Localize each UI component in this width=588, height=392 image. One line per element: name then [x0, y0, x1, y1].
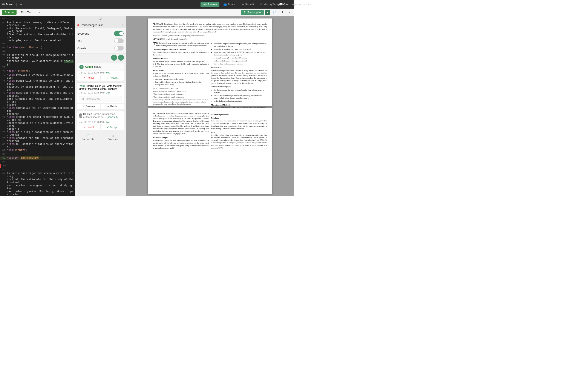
source-tab[interactable]: Source: [2, 10, 16, 15]
resolve-button[interactable]: ✓ Resolve: [77, 104, 100, 109]
line-number: 80: [1, 143, 7, 146]
editor-line: 80 \item NOT contain citations or abbrev…: [0, 143, 75, 149]
reply-placeholder: Hit Enter to reply: [81, 98, 100, 100]
line-content: ;: [8, 164, 74, 167]
rich-text-tab[interactable]: Rich Text: [18, 10, 35, 15]
editor-line: 87 In individual organisms where a mutan…: [0, 172, 75, 196]
pdf-abstract-sub: Please see additional guidelines notes o…: [153, 34, 267, 37]
editor-line: 81 \end{itemize}: [0, 149, 75, 152]
prev-change-button[interactable]: ↑: [111, 54, 117, 60]
recompile-button[interactable]: ↻ Recompile: [241, 10, 264, 15]
overview-tab[interactable]: ≡ Overview: [100, 134, 126, 142]
expand-comments-button[interactable]: ⤢: [99, 17, 102, 21]
change-card-added: ✎ Added ideally Jan 22, 2019 10:45 PM • …: [77, 63, 124, 81]
comment-header: You: Charlie, could you write the first …: [77, 83, 124, 91]
pdf-abstract-text: ABSTRACT The abstract should be written …: [153, 23, 267, 33]
line-number: 67: [1, 42, 7, 45]
line-content: \item be a single paragraph of less than…: [7, 131, 74, 137]
menu-label: Menu: [6, 2, 14, 6]
pdf-page2-right: Additional guidelines Numbers In the tex…: [211, 112, 267, 150]
review-icon: Ab: [203, 3, 206, 6]
line-number: 65: [1, 17, 7, 20]
pdf-intro-body: In individual organisms where a mutant i…: [211, 70, 267, 85]
comment-reply-input[interactable]: Hit Enter to reply: [79, 96, 122, 102]
line-number: 74: [1, 80, 7, 82]
track-changes-dot: [77, 24, 79, 26]
pdf-numbers-title: Numbers: [211, 117, 267, 119]
download-button[interactable]: ⬇: [280, 10, 285, 15]
pdf-numbers-body: In the text, write out numbers nine or l…: [211, 120, 267, 130]
reject-button[interactable]: ✕ Reject: [77, 75, 100, 80]
line-number: 75: [1, 92, 7, 94]
comments-panel: ⤢ Track changes is on ▾ Everyone You: [75, 16, 126, 196]
recompile-dropdown-button[interactable]: ▾: [265, 10, 270, 15]
pdf-col-left: This Genetics journal template is provid…: [153, 42, 209, 116]
reject-deleted-button[interactable]: ✕ Reject: [77, 124, 100, 130]
pdf-guide-text: This template is provided to help you pr…: [153, 51, 209, 56]
share-button[interactable]: 👥 Share: [221, 2, 238, 7]
change-action: Added: [85, 65, 93, 68]
review-button[interactable]: Ab Review: [200, 2, 220, 7]
accept-deleted-button[interactable]: ✓ Accept: [100, 124, 124, 130]
line-content: \section{Introduction}: [7, 156, 74, 160]
submit-button[interactable]: ⊕ Submit: [239, 2, 256, 7]
resolve-icon: ✓: [83, 105, 86, 108]
pdf-page2-content: the experimental analysis could be repea…: [153, 112, 267, 150]
pdf-intro-title: Introduction: [211, 66, 267, 69]
pdf-two-col: This Genetics journal template is provid…: [153, 42, 267, 116]
editor-line: 74 \item begin with the broad context of…: [0, 80, 75, 92]
comment-edit[interactable]: Edit: [106, 91, 110, 94]
menu-button[interactable]: ☰ Menu: [2, 2, 14, 6]
line-content: \section{Your Abstract}: [7, 46, 74, 49]
reply-button[interactable]: ↩ Reply: [100, 104, 124, 109]
expand-button[interactable]: ⤢: [36, 10, 42, 15]
main-content: 65 66 For the authors' names, indicate d…: [0, 16, 294, 196]
accept-button[interactable]: ✓ Accept: [100, 75, 124, 80]
everyone-toggle[interactable]: [114, 31, 124, 36]
pdf-authors-list: cite the supporting literature completel…: [211, 89, 267, 102]
pdf-abstract-body: In addition to the guidelines provided i…: [153, 72, 209, 77]
line-number: 76: [1, 106, 7, 110]
pdf-additional-title: Additional guidelines: [211, 114, 267, 116]
editor-panel[interactable]: 65 66 For the authors' names, indicate d…: [0, 16, 75, 196]
line-number: 84: [1, 160, 7, 163]
reply-icon: ↩: [108, 105, 110, 108]
editor-line: 84: [0, 160, 75, 164]
recompile-icon: ↻: [244, 11, 246, 14]
guests-toggle[interactable]: [114, 46, 124, 50]
line-number: 83: [1, 156, 7, 159]
line-content: \end{itemize}: [7, 149, 74, 152]
change-actions: ✕ Reject ✓ Accept: [77, 75, 124, 80]
pdf-affiliations-text: For the authors' names, indicate differe…: [153, 60, 209, 68]
fullscreen-button[interactable]: ⤡: [286, 10, 292, 15]
line-content: \item contain the full name of the organ…: [7, 137, 74, 143]
editor-line: 86: [0, 168, 75, 172]
line-number: 77: [1, 116, 7, 118]
nav-arrows: ↑ ↓: [75, 54, 126, 62]
undo-icon[interactable]: ↩: [20, 3, 22, 6]
line-number: 78: [1, 131, 7, 134]
pdf-guide-title: Guide to using this template in Overleaf: [153, 48, 209, 50]
next-change-button[interactable]: ↓: [118, 54, 124, 60]
document-icon-button[interactable]: 📄: [271, 10, 278, 15]
show-all-link[interactable]: (show all): [106, 116, 118, 119]
preview-panel[interactable]: ABSTRACT The abstract should be written …: [126, 16, 294, 196]
editor-line: 78 \item be a single paragraph of less t…: [0, 131, 75, 137]
change-icon: ✎: [79, 65, 84, 69]
change-meta: Jan 22, 2019 10:45 PM • You: [77, 70, 124, 75]
line-number: 69: [1, 50, 7, 53]
you-toggle[interactable]: [114, 38, 124, 43]
guests-label: Guests: [77, 47, 86, 50]
nav-left: ☰ Menu | ↩: [2, 2, 22, 7]
track-changes-bar: Track changes is on ▾: [75, 22, 126, 28]
comment-author: You:: [79, 84, 85, 88]
deleted-author: You: [106, 121, 110, 123]
editor-line: 72 \begin{itemize}: [0, 70, 75, 74]
current-file-tab[interactable]: 📄 Current file: [75, 134, 100, 142]
change-date: Jan 22, 2019 10:45 PM •: [79, 71, 106, 74]
document-title: Template for preparing your su...: [272, 2, 294, 6]
change-author: You: [106, 71, 110, 74]
editor-line: 75 \item describe the purpose, methods a…: [0, 92, 75, 106]
deleted-icon: Ab: [79, 114, 82, 118]
pdf-authors-encouraged: Authors are encouraged to:: [211, 86, 267, 88]
